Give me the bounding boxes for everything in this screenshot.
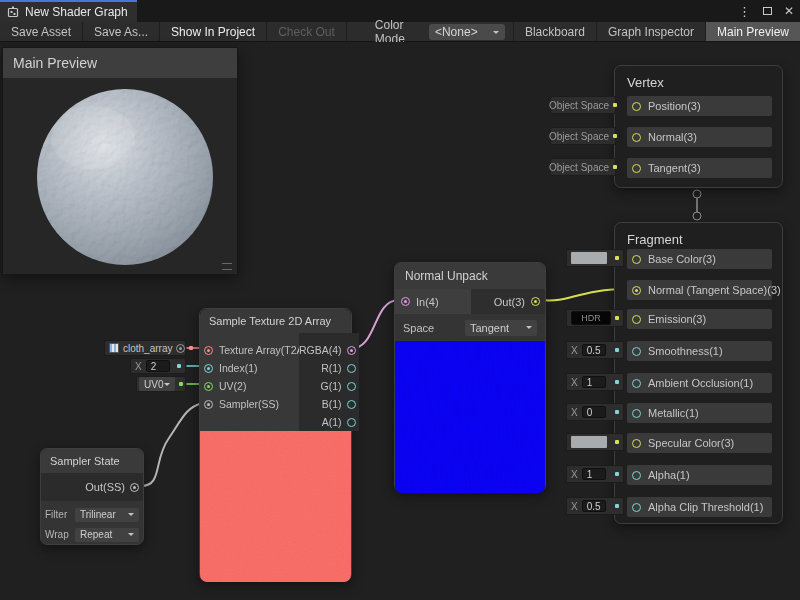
port-normal-ts-input[interactable]	[632, 286, 641, 295]
smoothness-field[interactable]: 0.5	[582, 344, 606, 356]
close-icon[interactable]: ✕	[784, 5, 794, 17]
index-value-chip[interactable]: X 2	[130, 358, 186, 374]
port-b-output[interactable]	[347, 400, 356, 409]
port-out-output[interactable]	[531, 297, 540, 306]
alpha-field[interactable]: 1	[582, 468, 606, 480]
vertex-node-title: Vertex	[615, 66, 782, 90]
maximize-icon[interactable]	[763, 7, 772, 15]
fragment-node-title: Fragment	[615, 223, 782, 247]
preview-sphere	[3, 78, 237, 274]
chip-port-dot	[613, 134, 617, 138]
sample-texture-2d-array-node[interactable]: Sample Texture 2D Array Texture Array(T2…	[199, 308, 352, 581]
texture-property-chip[interactable]: cloth_array	[104, 340, 186, 356]
resize-handle[interactable]	[222, 263, 232, 270]
fragment-node[interactable]: Fragment Base Color(3) Normal (Tangent S…	[614, 222, 783, 524]
port-r-output[interactable]	[347, 364, 356, 373]
texture-property-name: cloth_array	[123, 343, 172, 354]
port-position-input[interactable]	[632, 102, 641, 111]
sampler-state-node[interactable]: Sampler State Out(SS) Filter Trilinear W…	[40, 448, 144, 545]
main-preview-toggle-button[interactable]: Main Preview	[705, 22, 800, 41]
port-base-color-input[interactable]	[632, 255, 641, 264]
port-alpha-input[interactable]	[632, 471, 641, 480]
port-alpha-clip-input[interactable]	[632, 503, 641, 512]
color-mode-value: <None>	[435, 25, 478, 39]
binding-chip-tangent[interactable]: Object Space	[550, 158, 616, 176]
slot-base-color: Base Color(3)	[627, 249, 772, 269]
tab-new-shader-graph[interactable]: New Shader Graph	[0, 0, 137, 22]
unpack-ports-row: In(4) Out(3)	[395, 289, 545, 314]
main-preview-viewport[interactable]	[3, 78, 237, 274]
save-asset-button[interactable]: Save Asset	[0, 22, 83, 41]
port-specular-input[interactable]	[632, 439, 641, 448]
chip-port-dot	[613, 103, 617, 107]
port-normal-input[interactable]	[632, 133, 641, 142]
uv-channel-chip[interactable]: UV0	[136, 376, 186, 392]
unpack-texture-preview	[395, 341, 545, 493]
main-preview-title: Main Preview	[13, 55, 97, 71]
ao-field[interactable]: 1	[582, 376, 606, 388]
chevron-down-icon	[128, 533, 134, 539]
show-in-project-button[interactable]: Show In Project	[160, 22, 267, 41]
color-mode-dropdown[interactable]: <None>	[429, 24, 505, 40]
chip-port-dot	[615, 348, 619, 352]
chip-port-dot	[177, 364, 181, 368]
slot-specular-color: Specular Color(3)	[627, 433, 772, 453]
kebab-menu-icon[interactable]: ⋮	[738, 5, 751, 18]
port-emission-input[interactable]	[632, 315, 641, 324]
alpha-clip-field[interactable]: 0.5	[582, 500, 606, 512]
space-dropdown[interactable]: Tangent	[465, 320, 537, 336]
port-out-ss-output[interactable]	[130, 483, 139, 492]
preview-toggle-icon[interactable]	[176, 344, 185, 353]
ao-value-chip[interactable]: X 1	[566, 373, 624, 391]
chip-port-dot	[613, 165, 617, 169]
port-texture-array-input[interactable]	[204, 346, 213, 355]
hdr-color-swatch[interactable]: HDR	[571, 311, 611, 325]
normal-unpack-node[interactable]: Normal Unpack In(4) Out(3) Space Tangent	[394, 262, 546, 492]
main-preview-header[interactable]: Main Preview	[3, 48, 237, 78]
filter-dropdown[interactable]: Trilinear	[75, 508, 139, 522]
port-ao-input[interactable]	[632, 379, 641, 388]
wrap-dropdown[interactable]: Repeat	[75, 528, 139, 542]
save-as-button[interactable]: Save As...	[83, 22, 160, 41]
port-rgba-output[interactable]	[347, 346, 356, 355]
shader-graph-icon	[7, 6, 19, 18]
smoothness-value-chip[interactable]: X 0.5	[566, 341, 624, 359]
tab-title: New Shader Graph	[25, 5, 128, 19]
metallic-value-chip[interactable]: X 0	[566, 403, 624, 421]
graph-inspector-toggle-button[interactable]: Graph Inspector	[596, 22, 705, 41]
row-uv: UV(2)	[200, 377, 299, 395]
port-in-input[interactable]	[401, 297, 410, 306]
port-sampler-input[interactable]	[204, 400, 213, 409]
unpack-space-row: Space Tangent	[395, 314, 545, 341]
emission-hdr-chip[interactable]: HDR	[566, 309, 624, 327]
chip-port-dot	[615, 380, 619, 384]
slot-emission: Emission(3)	[627, 309, 772, 329]
color-swatch[interactable]	[571, 252, 607, 264]
blackboard-toggle-button[interactable]: Blackboard	[513, 22, 596, 41]
port-tangent-input[interactable]	[632, 164, 641, 173]
port-a-output[interactable]	[347, 418, 356, 427]
base-color-swatch-chip[interactable]	[566, 249, 624, 267]
port-index-input[interactable]	[204, 364, 213, 373]
index-field[interactable]: 2	[146, 360, 170, 372]
vertex-node[interactable]: Vertex Position(3) Normal(3) Tangent(3)	[614, 65, 783, 188]
alpha-clip-value-chip[interactable]: X 0.5	[566, 497, 624, 515]
slot-normal-tangent-space: Normal (Tangent Space)(3)	[627, 280, 772, 300]
slot-position: Position(3)	[627, 96, 772, 116]
port-metallic-input[interactable]	[632, 409, 641, 418]
binding-chip-normal[interactable]: Object Space	[550, 127, 616, 145]
binding-chip-position[interactable]: Object Space	[550, 96, 616, 114]
alpha-value-chip[interactable]: X 1	[566, 465, 624, 483]
port-g-output[interactable]	[347, 382, 356, 391]
uv-channel-dropdown[interactable]: UV0	[139, 377, 175, 391]
metallic-field[interactable]: 0	[582, 406, 606, 418]
specular-swatch-chip[interactable]	[566, 433, 624, 451]
port-uv-input[interactable]	[204, 382, 213, 391]
color-swatch[interactable]	[571, 436, 607, 448]
slot-ambient-occlusion: Ambient Occlusion(1)	[627, 373, 772, 393]
sampler-out-row: Out(SS)	[41, 473, 143, 501]
port-smoothness-input[interactable]	[632, 347, 641, 356]
chip-port-dot	[189, 346, 193, 350]
texture-array-icon	[109, 343, 119, 353]
slot-smoothness: Smoothness(1)	[627, 341, 772, 361]
